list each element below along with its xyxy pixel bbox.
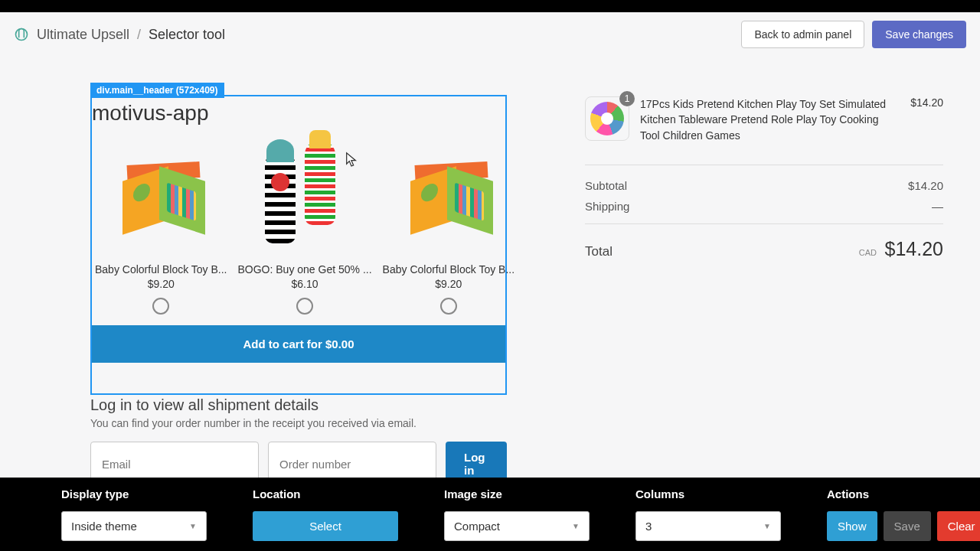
widget-title: motivus-app: [92, 96, 505, 136]
product-image: [387, 136, 510, 259]
subtotal-value: $14.20: [908, 179, 943, 192]
image-size-select[interactable]: Compact ▼: [444, 511, 590, 541]
subtotal-label: Subtotal: [585, 179, 627, 192]
breadcrumb-page: Selector tool: [149, 27, 225, 43]
columns-select[interactable]: 3 ▼: [635, 511, 781, 541]
total-value: $14.20: [885, 238, 943, 259]
order-summary-panel: 1 17Pcs Kids Pretend Kitchen Play Toy Se…: [551, 66, 980, 478]
currency-code: CAD: [859, 248, 877, 257]
cart-item-name: 17Pcs Kids Pretend Kitchen Play Toy Set …: [640, 96, 900, 143]
location-select-button[interactable]: Select: [253, 511, 398, 541]
breadcrumb-sep: /: [137, 27, 141, 43]
save-changes-button[interactable]: Save changes: [872, 21, 966, 48]
columns-label: Columns: [635, 487, 781, 500]
total-label: Total: [585, 244, 612, 259]
actions-label: Actions: [827, 487, 980, 500]
selector-tag: div.main__header (572x409): [90, 83, 224, 98]
product-image: [100, 136, 222, 259]
product-radio[interactable]: [440, 298, 457, 315]
app-logo-icon: [14, 27, 29, 42]
shipping-label: Shipping: [585, 200, 629, 213]
pointer-cursor-icon: [345, 152, 358, 168]
image-size-label: Image size: [444, 487, 590, 500]
product-card[interactable]: Baby Colorful Block Toy B... $9.20: [92, 136, 230, 315]
clear-button[interactable]: Clear: [937, 511, 980, 541]
product-price: $9.20: [92, 278, 230, 290]
cart-item-price: $14.20: [910, 96, 943, 109]
product-name: Baby Colorful Block Toy B...: [380, 263, 518, 276]
product-price: $9.20: [380, 278, 518, 290]
product-name: BOGO: Buy one Get 50% ...: [234, 263, 374, 276]
breadcrumb-app[interactable]: Ultimate Upsell: [37, 27, 129, 43]
save-button[interactable]: Save: [884, 511, 931, 541]
breadcrumb: Ultimate Upsell / Selector tool: [14, 27, 225, 43]
product-price: $6.10: [234, 278, 374, 290]
chevron-down-icon: ▼: [763, 522, 771, 530]
cart-item-thumb: 1: [585, 96, 629, 141]
show-button[interactable]: Show: [827, 511, 877, 541]
product-name: Baby Colorful Block Toy B...: [92, 263, 230, 276]
location-label: Location: [253, 487, 398, 500]
config-bottombar: Display type Inside theme ▼ Location Sel…: [0, 478, 980, 551]
chevron-down-icon: ▼: [572, 522, 580, 530]
add-to-cart-button[interactable]: Add to cart for $0.00: [92, 325, 505, 363]
display-type-select[interactable]: Inside theme ▼: [61, 511, 207, 541]
svg-point-0: [16, 29, 28, 41]
login-subtext: You can find your order number in the re…: [90, 417, 507, 429]
topbar: Ultimate Upsell / Selector tool Back to …: [0, 12, 980, 57]
back-to-admin-button[interactable]: Back to admin panel: [741, 21, 864, 48]
product-radio[interactable]: [296, 298, 313, 315]
display-type-label: Display type: [61, 487, 207, 500]
cart-qty-badge: 1: [619, 91, 635, 106]
login-heading: Log in to view all shipment details: [90, 396, 507, 414]
product-card[interactable]: Baby Colorful Block Toy B... $9.20: [380, 136, 518, 315]
shipping-value: —: [932, 200, 943, 213]
chevron-down-icon: ▼: [189, 522, 197, 530]
product-radio[interactable]: [152, 298, 169, 315]
